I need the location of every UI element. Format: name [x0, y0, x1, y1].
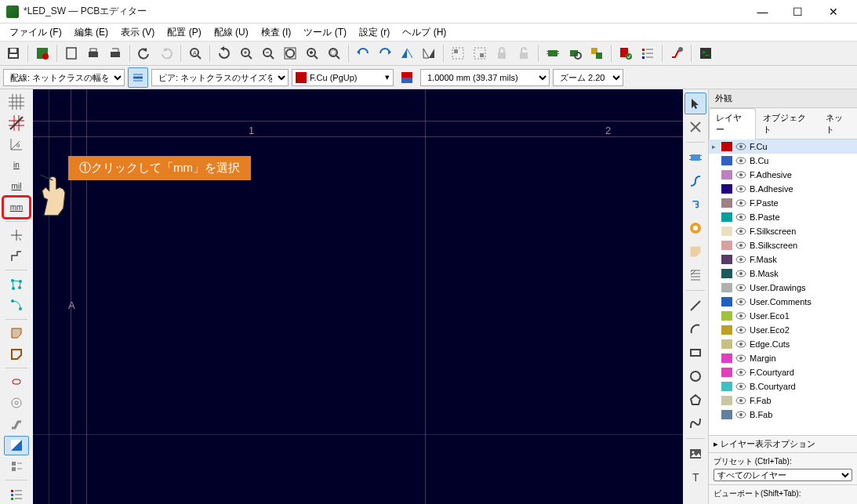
save-button[interactable] [3, 43, 24, 63]
layer-row[interactable]: B.Mask [709, 267, 857, 281]
layer-visibility-icon[interactable] [735, 395, 746, 406]
refresh-button[interactable] [214, 43, 234, 63]
layer-color-swatch[interactable] [721, 311, 732, 321]
layer-color-swatch[interactable] [721, 142, 732, 151]
draw-bezier-tool[interactable] [685, 412, 706, 434]
layer-color-swatch[interactable] [721, 156, 732, 165]
mirror-h-button[interactable] [419, 43, 439, 63]
layer-display-options[interactable]: ▸ レイヤー表示オプション [709, 435, 857, 452]
place-image-tool[interactable] [685, 443, 706, 465]
layer-row[interactable]: B.Adhesive [709, 182, 857, 196]
zoom-select[interactable]: ズーム 2.20 [553, 69, 623, 86]
board-setup-button[interactable] [32, 43, 53, 63]
layer-pair-button[interactable] [397, 67, 417, 88]
menu-inspect[interactable]: 検査 (I) [256, 24, 296, 41]
menu-edit[interactable]: 編集 (E) [70, 24, 113, 41]
layer-row[interactable]: User.Drawings [709, 281, 857, 295]
layer-row[interactable]: ▸F.Cu [709, 140, 857, 154]
canvas[interactable]: 1 2 A ①クリックして「mm」を選択 [33, 89, 683, 504]
layer-row[interactable]: User.Eco2 [709, 323, 857, 337]
cursor-shape-button[interactable] [4, 226, 29, 245]
menu-place[interactable]: 配置 (P) [162, 24, 205, 41]
active-layer-select[interactable]: F.Cu (PgUp) ▾ [292, 69, 394, 86]
highlight-net-tool[interactable] [685, 116, 706, 138]
layer-color-swatch[interactable] [721, 283, 732, 292]
layers-manager-button[interactable] [4, 484, 29, 504]
mils-unit-button[interactable]: mil [4, 176, 29, 196]
menu-route[interactable]: 配線 (U) [209, 24, 253, 41]
grid-override-button[interactable] [4, 114, 29, 133]
menu-preferences[interactable]: 設定 (r) [354, 24, 394, 41]
tab-layers[interactable]: レイヤー [709, 108, 756, 140]
draw-line-tool[interactable] [685, 295, 706, 317]
zoom-out-button[interactable] [258, 43, 278, 63]
tab-objects[interactable]: オブジェクト [756, 108, 819, 139]
zoom-selection-button[interactable] [324, 43, 344, 63]
layer-color-swatch[interactable] [721, 382, 732, 391]
preset-select[interactable]: すべてのレイヤー [714, 469, 852, 481]
net-inspector-button[interactable] [4, 457, 29, 477]
layer-row[interactable]: B.Cu [709, 154, 857, 168]
layer-visibility-icon[interactable] [735, 268, 746, 279]
layer-row[interactable]: F.Fab [709, 393, 857, 408]
place-via-tool[interactable] [685, 217, 706, 239]
layer-row[interactable]: F.Adhesive [709, 168, 857, 182]
unlock-button[interactable] [514, 43, 534, 63]
zoom-in-button[interactable] [236, 43, 256, 63]
page-settings-button[interactable] [61, 43, 82, 63]
layer-color-swatch[interactable] [721, 269, 732, 278]
group-button[interactable] [448, 43, 468, 63]
layer-row[interactable]: F.Courtyard [709, 365, 857, 379]
draw-circle-tool[interactable] [685, 365, 706, 387]
layer-visibility-icon[interactable] [735, 409, 746, 420]
layer-row[interactable]: User.Comments [709, 295, 857, 309]
draw-rect-tool[interactable] [685, 342, 706, 364]
plot-button[interactable] [105, 43, 125, 63]
close-button[interactable]: ✕ [815, 0, 851, 24]
print-button[interactable] [83, 43, 103, 63]
layer-visibility-icon[interactable] [735, 310, 746, 321]
layer-visibility-icon[interactable] [735, 282, 746, 293]
layer-row[interactable]: B.Silkscreen [709, 238, 857, 252]
layer-visibility-icon[interactable] [735, 212, 746, 223]
track-width-select[interactable]: 配線: ネットクラスの幅を使用 [3, 69, 125, 86]
layer-row[interactable]: B.Courtyard [709, 379, 857, 393]
layer-visibility-icon[interactable] [735, 296, 746, 307]
layer-visibility-icon[interactable] [735, 141, 746, 152]
grid-select[interactable]: 1.0000 mm (39.37 mils) [420, 69, 550, 86]
layer-row[interactable]: B.Paste [709, 210, 857, 224]
layer-color-swatch[interactable] [721, 368, 732, 377]
layer-visibility-icon[interactable] [735, 183, 746, 194]
track-width-auto-button[interactable] [128, 67, 148, 88]
layer-visibility-icon[interactable] [735, 226, 746, 237]
draw-arc-tool[interactable] [685, 318, 706, 340]
layer-visibility-icon[interactable] [735, 169, 746, 180]
update-from-schematic-button[interactable] [586, 43, 607, 63]
rotate-cw-button[interactable] [375, 43, 395, 63]
footprint-browser-button[interactable] [565, 43, 585, 63]
layer-row[interactable]: F.Mask [709, 252, 857, 267]
layer-row[interactable]: F.Paste [709, 196, 857, 210]
drc-button[interactable] [616, 43, 636, 63]
layer-color-swatch[interactable] [721, 396, 732, 405]
show-ratsnest-button[interactable] [4, 274, 29, 294]
zoom-fit-button[interactable] [280, 43, 300, 63]
zoom-objects-button[interactable] [302, 43, 322, 63]
mirror-v-button[interactable] [397, 43, 417, 63]
layer-color-swatch[interactable] [721, 227, 732, 236]
layer-color-swatch[interactable] [721, 184, 732, 194]
place-footprint-tool[interactable] [685, 147, 706, 169]
minimize-button[interactable]: — [745, 0, 780, 24]
layer-visibility-icon[interactable] [735, 339, 746, 350]
select-tool[interactable] [685, 92, 706, 114]
layer-visibility-icon[interactable] [735, 367, 746, 378]
layer-visibility-icon[interactable] [735, 155, 746, 166]
menu-help[interactable]: ヘルプ (H) [398, 24, 451, 41]
layer-visibility-icon[interactable] [735, 198, 746, 208]
layer-color-swatch[interactable] [721, 325, 732, 335]
layer-row[interactable]: User.Eco1 [709, 309, 857, 323]
layer-color-swatch[interactable] [721, 410, 732, 419]
rotate-ccw-button[interactable] [353, 43, 373, 63]
route-settings-button[interactable] [666, 43, 687, 63]
layer-visibility-icon[interactable] [735, 325, 746, 335]
